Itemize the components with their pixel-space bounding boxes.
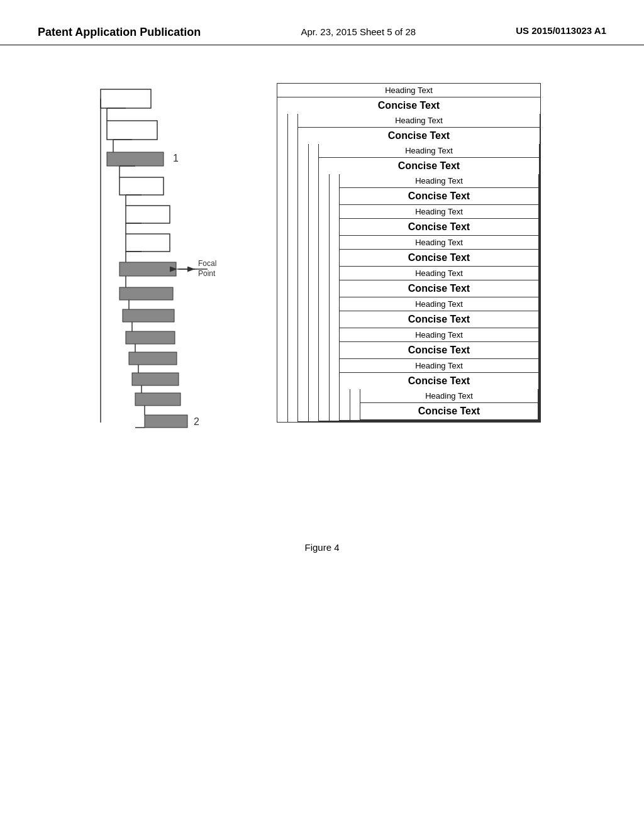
level3-wrapper: Heading Text Concise Text Head bbox=[298, 144, 540, 421]
svg-rect-37 bbox=[145, 415, 187, 428]
page-header: Patent Application Publication Apr. 23, … bbox=[0, 0, 644, 45]
level4-item1: Heading Text Concise Text bbox=[339, 174, 539, 205]
level-1-block: Heading Text Concise Text Heading Text C… bbox=[277, 83, 541, 423]
svg-rect-9 bbox=[126, 234, 170, 252]
level4-item6: Heading Text Concise Text bbox=[339, 328, 539, 359]
level3-heading: Heading Text bbox=[319, 144, 539, 158]
level2-concise: Concise Text bbox=[298, 128, 540, 144]
level5-item1: Heading Text Concise Text bbox=[360, 389, 538, 420]
level3-block: Heading Text Concise Text Head bbox=[318, 144, 540, 421]
level5-item1-concise: Concise Text bbox=[360, 403, 538, 419]
level4-item4-concise: Concise Text bbox=[340, 280, 538, 297]
svg-rect-8 bbox=[126, 206, 170, 223]
level5-item1-heading: Heading Text bbox=[360, 389, 538, 403]
svg-rect-1 bbox=[107, 121, 157, 140]
level4-item3-concise: Concise Text bbox=[340, 250, 538, 266]
svg-rect-25 bbox=[119, 287, 173, 300]
tree-svg: 1 bbox=[38, 83, 239, 523]
level4-item1-heading: Heading Text bbox=[340, 174, 538, 188]
level4-item7-heading: Heading Text bbox=[340, 359, 538, 373]
svg-text:Point: Point bbox=[198, 269, 216, 278]
level4-item3-heading: Heading Text bbox=[340, 236, 538, 250]
tree-label-1: 1 bbox=[173, 153, 179, 163]
svg-rect-7 bbox=[119, 177, 164, 195]
level1-concise: Concise Text bbox=[277, 97, 540, 114]
level4-item1-concise: Concise Text bbox=[340, 188, 538, 204]
figure-caption: Figure 4 bbox=[0, 542, 644, 553]
level5-content: Heading Text Concise Text bbox=[360, 389, 538, 420]
level4-item7: Heading Text Concise Text bbox=[339, 359, 539, 421]
right-hierarchy-diagram: Heading Text Concise Text Heading Text C… bbox=[277, 83, 606, 423]
level4-item6-heading: Heading Text bbox=[340, 328, 538, 342]
level2-heading: Heading Text bbox=[298, 114, 540, 128]
level3-concise: Concise Text bbox=[319, 158, 539, 174]
svg-rect-27 bbox=[126, 331, 175, 344]
level4-item2-heading: Heading Text bbox=[340, 205, 538, 219]
nest-line-2 bbox=[308, 144, 318, 421]
header-right-text: US 2015/0113023 A1 bbox=[516, 25, 606, 36]
level4-item2: Heading Text Concise Text bbox=[339, 205, 539, 236]
level2-block: Heading Text Concise Text Heading Text C… bbox=[297, 114, 540, 422]
level4-item2-concise: Concise Text bbox=[340, 219, 538, 235]
level4-item5-concise: Concise Text bbox=[340, 311, 538, 328]
figure-area: 1 bbox=[0, 45, 644, 523]
left-tree-diagram: 1 bbox=[38, 83, 252, 523]
header-middle-text: Apr. 23, 2015 Sheet 5 of 28 bbox=[301, 25, 416, 38]
level4-item4: Heading Text Concise Text bbox=[339, 267, 539, 297]
level2-wrapper: Heading Text Concise Text Heading Text C… bbox=[277, 114, 540, 422]
svg-rect-0 bbox=[101, 89, 151, 108]
level4-wrapper: Heading Text Concise Text Heading Text C… bbox=[319, 174, 539, 421]
level4-item6-concise: Concise Text bbox=[340, 342, 538, 358]
level4-item5: Heading Text Concise Text bbox=[339, 297, 539, 328]
level2-content: Heading Text Concise Text Heading Text C… bbox=[297, 114, 540, 422]
level4-item5-heading: Heading Text bbox=[340, 297, 538, 311]
level4-item7-concise: Concise Text bbox=[340, 373, 538, 389]
svg-text:Focal: Focal bbox=[198, 259, 216, 268]
level5-wrapper: Heading Text Concise Text bbox=[340, 389, 538, 420]
level4-content: Heading Text Concise Text Heading Text C… bbox=[339, 174, 539, 421]
nest-line-1 bbox=[287, 114, 297, 422]
nest-line-3 bbox=[329, 174, 339, 421]
level4-item3: Heading Text Concise Text bbox=[339, 236, 539, 267]
svg-rect-28 bbox=[129, 352, 177, 365]
header-left-text: Patent Application Publication bbox=[38, 25, 201, 40]
tree-label-2: 2 bbox=[194, 416, 199, 427]
svg-rect-29 bbox=[132, 373, 179, 385]
level4-item4-heading: Heading Text bbox=[340, 267, 538, 280]
svg-rect-16 bbox=[119, 262, 176, 276]
svg-rect-30 bbox=[135, 393, 180, 406]
level1-heading: Heading Text bbox=[277, 84, 540, 97]
level3-content: Heading Text Concise Text Head bbox=[318, 144, 540, 421]
svg-rect-26 bbox=[123, 309, 174, 322]
svg-rect-4 bbox=[107, 152, 164, 166]
nest-line-4 bbox=[350, 389, 360, 420]
